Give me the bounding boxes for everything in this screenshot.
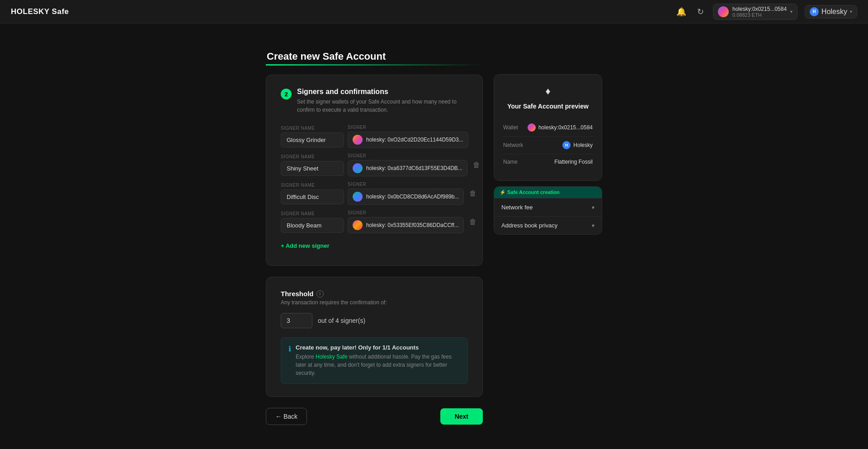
step-title: Signers and confirmations [297,88,468,96]
preview-network-value: H Holesky [562,141,593,149]
network-name: Holesky [821,8,847,16]
info-box-link[interactable]: Holesky Safe [316,354,348,360]
network-icon: H [810,7,819,16]
signer-row-1: Signer name Signer holesky: 0xO2dCd2D20E… [281,125,468,148]
info-box: ℹ Create now, pay later! Only for 1/1 Ac… [281,337,468,384]
back-button[interactable]: ← Back [266,408,307,425]
signer-avatar-3 [353,192,363,202]
signer-name-label-3: Signer name [281,183,344,188]
preview-network-key: Network [503,142,523,148]
signer-address-1: holesky: 0xO2dCd2D20Ec1144D59D3... [348,132,468,148]
signer-address-label-1: Signer [348,125,468,130]
preview-title: Your Safe Account preview [503,103,593,110]
threshold-select[interactable]: 1 2 3 4 [281,313,312,328]
preview-wallet-row: Wallet holesky:0x0215...0584 [503,119,593,137]
signer-avatar-1 [353,135,363,145]
network-fee-row[interactable]: Network fee ▾ [494,199,602,217]
wallet-address: holesky:0x0215...0584 [732,6,787,12]
signer-name-input-4[interactable] [281,218,344,233]
network-selector[interactable]: H Holesky ▾ [805,5,857,19]
address-book-row[interactable]: Address book privacy ▾ [494,217,602,234]
signer-address-label-3: Signer [348,182,464,187]
signer-address-text-2: holesky: 0xa6377dC6d13F55E3D4DB... [366,165,462,171]
app-header: HOLESKY Safe 🔔 ↻ holesky:0x0215...0584 0… [0,0,868,24]
signer-row-3: Signer name Signer holesky: 0x0bCD8CD8d6… [281,182,468,205]
threshold-row: 1 2 3 4 out of 4 signer(s) [281,313,468,328]
wallet-balance: 0.08823 ETH [732,12,787,18]
wallet-selector[interactable]: holesky:0x0215...0584 0.08823 ETH ▾ [713,4,797,20]
preview-card: ♦ Your Safe Account preview Wallet holes… [494,74,602,181]
wallet-chevron-down-icon: ▾ [790,9,793,14]
signer-name-label-4: Signer name [281,211,344,216]
threshold-description: Any transaction requires the confirmatio… [281,299,468,306]
signer-row-4: Signer name Signer holesky: 0x53355Ef035… [281,210,468,233]
signer-name-input-2[interactable] [281,161,344,176]
delete-signer-3-button[interactable]: 🗑 [467,188,478,199]
signers-card: 2 Signers and confirmations Set the sign… [266,75,483,266]
signer-address-text-1: holesky: 0xO2dCd2D20Ec1144D59D3... [366,137,463,143]
info-box-icon: ℹ [288,345,291,377]
preview-diamond-icon: ♦ [503,85,593,97]
bell-icon: 🔔 [676,7,686,17]
refresh-button[interactable]: ↻ [695,5,706,19]
delete-signer-4-button[interactable]: 🗑 [467,216,478,228]
signer-name-input-1[interactable] [281,132,344,147]
preview-wallet-key: Wallet [503,124,518,131]
header-right: 🔔 ↻ holesky:0x0215...0584 0.08823 ETH ▾ … [675,4,857,20]
add-signer-button[interactable]: + Add new signer [281,239,330,253]
info-box-title: Create now, pay later! Only for 1/1 Acco… [296,344,460,351]
signer-avatar-4 [353,220,363,230]
preview-name-key: Name [503,159,518,165]
delete-signer-2-button[interactable]: 🗑 [471,159,482,171]
right-panel: ♦ Your Safe Account preview Wallet holes… [494,74,602,425]
title-underline [266,64,483,66]
signer-avatar-2 [353,163,363,173]
left-panel: Create new Safe Account 2 Signers and co… [266,51,483,425]
signer-name-label-1: Signer name [281,126,344,131]
signer-name-label-2: Signer name [281,154,344,159]
actions-row: ← Back Next [266,408,483,425]
signer-address-text-4: holesky: 0x53355Ef035C86DDaCCff... [366,222,459,228]
preview-network-row: Network H Holesky [503,137,593,154]
next-button[interactable]: Next [440,408,483,425]
step-subtitle: Set the signer wallets of your Safe Acco… [297,98,468,114]
preview-network-icon: H [562,141,571,149]
preview-wallet-avatar [528,123,536,132]
refresh-icon: ↻ [697,7,704,17]
signer-address-text-3: holesky: 0x0bCD8CD8d6AcADf989b... [366,194,459,200]
threshold-title: Threshold i [281,290,468,298]
signer-name-input-3[interactable] [281,189,344,204]
address-book-chevron-down-icon: ▾ [592,222,594,229]
preview-name-row: Name Flattering Fossil [503,154,593,170]
threshold-out-of-label: out of 4 signer(s) [318,317,365,324]
notifications-button[interactable]: 🔔 [675,5,688,19]
network-chevron-down-icon: ▾ [850,9,852,14]
safe-creation-badge: ⚡ Safe Account creation [494,187,602,199]
step-header: 2 Signers and confirmations Set the sign… [281,88,468,114]
signer-address-label-4: Signer [348,210,464,215]
threshold-card: Threshold i Any transaction requires the… [266,277,483,397]
preview-wallet-value: holesky:0x0215...0584 [528,123,593,132]
signer-row-2: Signer name Signer holesky: 0xa6377dC6d1… [281,153,468,176]
threshold-info-icon[interactable]: i [316,290,324,298]
signer-address-label-2: Signer [348,153,467,158]
app-logo: HOLESKY Safe [11,7,69,16]
info-box-text: Explore Holesky Safe without additional … [296,353,460,377]
network-fee-chevron-down-icon: ▾ [592,204,594,211]
address-book-label: Address book privacy [501,222,557,229]
fees-card: ⚡ Safe Account creation Network fee ▾ Ad… [494,186,602,235]
network-fee-label: Network fee [501,204,533,211]
step-badge: 2 [281,89,292,99]
preview-name-value: Flattering Fossil [554,159,593,165]
wallet-avatar [718,6,729,17]
page-title: Create new Safe Account [266,51,483,62]
main-content: Create new Safe Account 2 Signers and co… [0,24,868,443]
